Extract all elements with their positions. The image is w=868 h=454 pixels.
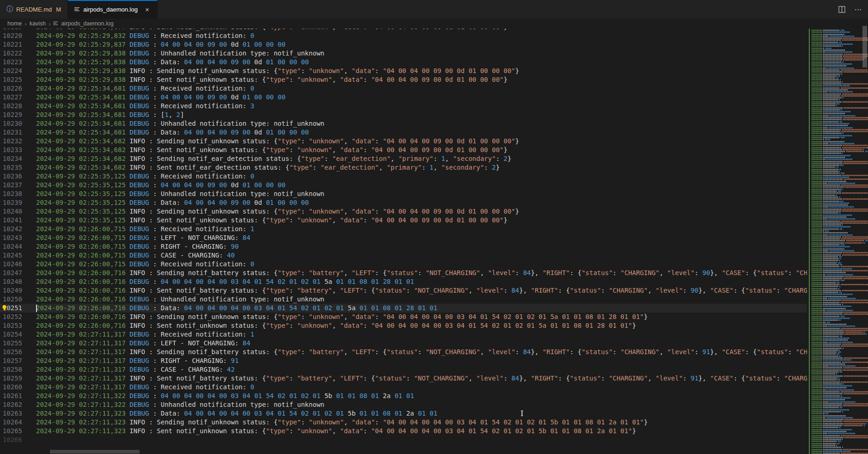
- minimap-git-added-bar: [809, 29, 810, 454]
- log-line[interactable]: 102242024-09-29 02:25:29,838 INFO : Send…: [0, 67, 807, 75]
- log-line[interactable]: 102372024-09-29 02:25:35,125 DEBUG : 04 …: [0, 181, 807, 190]
- line-number: 10221: [0, 40, 32, 49]
- log-line-text: 2024-09-29 02:25:34,681 DEBUG : [1, 2]: [32, 110, 807, 119]
- log-line[interactable]: 102212024-09-29 02:25:29,837 DEBUG : 04 …: [0, 40, 807, 49]
- line-number: 10266: [0, 436, 32, 444]
- more-actions-icon[interactable]: ⋯: [853, 4, 863, 14]
- breadcrumb-kavish[interactable]: kavish: [30, 20, 46, 27]
- log-line-text: 2024-09-29 02:26:00,716 DEBUG : Unhandle…: [32, 295, 807, 304]
- log-line[interactable]: 102572024-09-29 02:27:11,317 DEBUG : RIG…: [0, 356, 807, 365]
- log-line[interactable]: 102552024-09-29 02:27:11,317 DEBUG : LEF…: [0, 339, 807, 348]
- log-line-text: 2024-09-29 02:26:00,716 INFO : Sent noti…: [32, 321, 807, 330]
- line-number: 10236: [0, 172, 32, 181]
- log-line[interactable]: 102202024-09-29 02:25:29,832 DEBUG : Rec…: [0, 31, 807, 40]
- line-number: 10244: [0, 242, 32, 251]
- vertical-scrollbar[interactable]: [862, 26, 867, 67]
- log-line[interactable]: 102502024-09-29 02:26:00,716 DEBUG : Unh…: [0, 295, 807, 304]
- log-line-text: 2024-09-29 02:25:35,125 DEBUG : Received…: [32, 172, 807, 181]
- log-line[interactable]: 102292024-09-29 02:25:34,681 DEBUG : [1,…: [0, 110, 807, 119]
- log-line[interactable]: 102492024-09-29 02:26:00,716 INFO : Sent…: [0, 286, 807, 295]
- log-line[interactable]: 102312024-09-29 02:25:34,681 DEBUG : Dat…: [0, 128, 807, 137]
- close-icon[interactable]: ×: [144, 5, 151, 14]
- log-line[interactable]: 102542024-09-29 02:27:11,317 DEBUG : Rec…: [0, 330, 807, 339]
- log-line[interactable]: 102252024-09-29 02:25:29,838 INFO : Sent…: [0, 75, 807, 84]
- log-line[interactable]: 102282024-09-29 02:25:34,681 DEBUG : Rec…: [0, 102, 807, 110]
- log-line-text: 2024-09-29 02:26:00,715 DEBUG : Received…: [32, 225, 807, 233]
- log-line[interactable]: 102612024-09-29 02:27:11,322 DEBUG : 04 …: [0, 392, 807, 400]
- markdown-info-icon: ⓘ: [6, 5, 13, 13]
- log-line-text: 2024-09-29 02:26:00,715 DEBUG : CASE - C…: [32, 251, 807, 260]
- log-line[interactable]: 102592024-09-29 02:27:11,317 INFO : Sent…: [0, 374, 807, 383]
- line-number: 10265: [0, 427, 32, 436]
- log-line[interactable]: 102582024-09-29 02:27:11,317 DEBUG : CAS…: [0, 365, 807, 374]
- log-line[interactable]: 102322024-09-29 02:25:34,682 INFO : Send…: [0, 137, 807, 146]
- line-number: 10235: [0, 163, 32, 172]
- log-line-text: 2024-09-29 02:25:34,681 DEBUG : Unhandle…: [32, 119, 807, 128]
- log-line[interactable]: 102462024-09-29 02:26:00,715 DEBUG : Rec…: [0, 260, 807, 269]
- log-line[interactable]: 102422024-09-29 02:26:00,715 DEBUG : Rec…: [0, 225, 807, 233]
- log-line[interactable]: 102272024-09-29 02:25:34,681 DEBUG : 04 …: [0, 93, 807, 102]
- breadcrumb-home[interactable]: home: [7, 20, 22, 27]
- log-line[interactable]: 102342024-09-29 02:25:34,682 INFO : Send…: [0, 154, 807, 163]
- line-number: 10263: [0, 409, 32, 418]
- line-number: 10223: [0, 58, 32, 67]
- log-line[interactable]: 102412024-09-29 02:25:35,125 INFO : Sent…: [0, 216, 807, 225]
- log-line[interactable]: 102222024-09-29 02:25:29,838 DEBUG : Unh…: [0, 49, 807, 58]
- breadcrumb-file[interactable]: airpods_daemon.log: [61, 20, 113, 27]
- log-line[interactable]: 102432024-09-29 02:26:00,715 DEBUG : LEF…: [0, 233, 807, 242]
- tab-label: airpods_daemon.log: [83, 6, 138, 13]
- line-number: 10242: [0, 225, 32, 233]
- line-number: 10227: [0, 93, 32, 102]
- line-number: 10233: [0, 146, 32, 154]
- log-line-text: 2024-09-29 02:27:11,317 DEBUG : LEFT - N…: [32, 339, 807, 348]
- log-line[interactable]: 102362024-09-29 02:25:35,125 DEBUG : Rec…: [0, 172, 807, 181]
- minimap[interactable]: [809, 29, 868, 454]
- log-line-text: 2024-09-29 02:25:34,682 INFO : Sent noti…: [32, 146, 807, 154]
- log-line[interactable]: 102562024-09-29 02:27:11,317 INFO : Send…: [0, 348, 807, 356]
- editor[interactable]: 102192024-09-29 02:25:24,677 INFO : Sent…: [0, 29, 868, 454]
- horizontal-scrollbar[interactable]: [50, 450, 140, 454]
- log-line-text: 2024-09-29 02:25:35,125 INFO : Sending n…: [32, 207, 807, 216]
- log-line[interactable]: 102332024-09-29 02:25:34,682 INFO : Sent…: [0, 146, 807, 154]
- line-number: 10222: [0, 49, 32, 58]
- line-number: 10264: [0, 418, 32, 427]
- log-line-text: 2024-09-29 02:27:11,317 INFO : Sent noti…: [32, 374, 807, 383]
- log-line[interactable]: 102602024-09-29 02:27:11,317 DEBUG : Rec…: [0, 383, 807, 392]
- log-line-text: 2024-09-29 02:25:29,832 DEBUG : Received…: [32, 31, 807, 40]
- log-line[interactable]: 102382024-09-29 02:25:35,125 DEBUG : Unh…: [0, 190, 807, 198]
- log-line[interactable]: 102642024-09-29 02:27:11,323 INFO : Send…: [0, 418, 807, 427]
- line-number: 10250: [0, 295, 32, 304]
- line-number: 10251: [0, 304, 32, 313]
- log-line[interactable]: 102402024-09-29 02:25:35,125 INFO : Send…: [0, 207, 807, 216]
- tab-readme[interactable]: ⓘ README.md M: [0, 0, 68, 18]
- log-line[interactable]: 102262024-09-29 02:25:34,681 DEBUG : Rec…: [0, 84, 807, 93]
- log-line[interactable]: 102442024-09-29 02:26:00,715 DEBUG : RIG…: [0, 242, 807, 251]
- log-line[interactable]: 102352024-09-29 02:25:34,682 INFO : Sent…: [0, 163, 807, 172]
- log-line[interactable]: 102622024-09-29 02:27:11,322 DEBUG : Unh…: [0, 400, 807, 409]
- tab-airpods-daemon-log[interactable]: airpods_daemon.log ×: [68, 0, 158, 18]
- log-line-text: 2024-09-29 02:26:00,715 DEBUG : RIGHT - …: [32, 242, 807, 251]
- log-line[interactable]: 102472024-09-29 02:26:00,716 INFO : Send…: [0, 269, 807, 277]
- line-number: 10257: [0, 356, 32, 365]
- log-line[interactable]: 102232024-09-29 02:25:29,838 DEBUG : Dat…: [0, 58, 807, 67]
- log-line[interactable]: 102482024-09-29 02:26:00,716 DEBUG : 04 …: [0, 277, 807, 286]
- log-line[interactable]: 102452024-09-29 02:26:00,715 DEBUG : CAS…: [0, 251, 807, 260]
- line-number: 10253: [0, 321, 32, 330]
- log-line[interactable]: 102512024-09-29 02:26:00,716 DEBUG : Dat…: [0, 304, 807, 313]
- log-line-text: 2024-09-29 02:25:34,682 INFO : Sending n…: [32, 137, 807, 146]
- log-line[interactable]: 10266: [0, 436, 807, 444]
- log-line[interactable]: 102522024-09-29 02:26:00,716 INFO : Send…: [0, 313, 807, 321]
- log-line[interactable]: 102302024-09-29 02:25:34,681 DEBUG : Unh…: [0, 119, 807, 128]
- log-line-text: 2024-09-29 02:25:35,125 DEBUG : Unhandle…: [32, 190, 807, 198]
- log-line[interactable]: 102652024-09-29 02:27:11,323 INFO : Sent…: [0, 427, 807, 436]
- log-line-text: 2024-09-29 02:27:11,323 DEBUG : Data: 04…: [32, 409, 807, 418]
- log-line[interactable]: 102532024-09-29 02:26:00,716 INFO : Sent…: [0, 321, 807, 330]
- lightbulb-icon[interactable]: [1, 305, 7, 311]
- line-number: 10255: [0, 339, 32, 348]
- log-line[interactable]: 102632024-09-29 02:27:11,323 DEBUG : Dat…: [0, 409, 807, 418]
- log-line[interactable]: 102392024-09-29 02:25:35,125 DEBUG : Dat…: [0, 198, 807, 207]
- split-editor-icon[interactable]: [837, 4, 847, 14]
- log-line-text: 2024-09-29 02:27:11,317 DEBUG : Received…: [32, 330, 807, 339]
- log-line-text: 2024-09-29 02:25:29,838 INFO : Sent noti…: [32, 75, 807, 84]
- minimap-lines: [812, 30, 868, 454]
